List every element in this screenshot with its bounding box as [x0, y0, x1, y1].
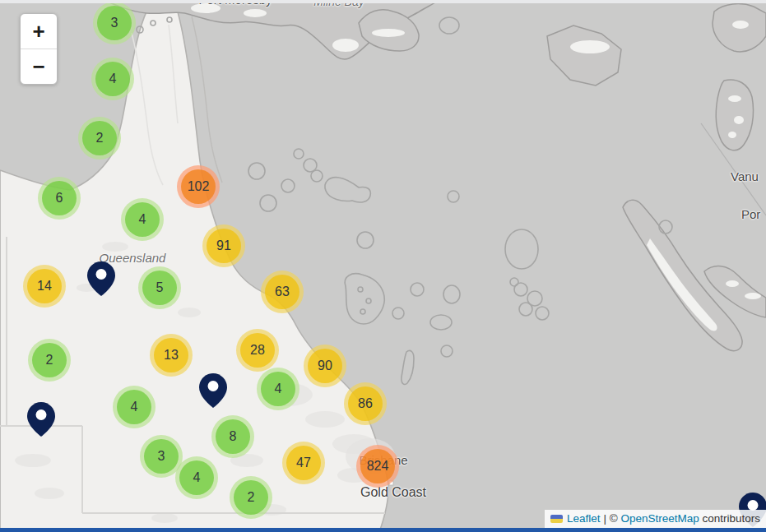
cluster-marker[interactable]: 91 [202, 224, 245, 267]
cluster-count: 63 [265, 275, 299, 309]
cluster-count: 86 [348, 386, 383, 421]
zoom-control: + − [20, 13, 58, 85]
zoom-in-button[interactable]: + [21, 14, 57, 49]
cluster-count: 102 [181, 169, 216, 204]
cluster-count: 824 [360, 449, 395, 483]
cluster-marker[interactable]: 2 [28, 339, 71, 382]
bottom-window-bar [0, 528, 766, 532]
cluster-count: 3 [97, 6, 132, 40]
cluster-count: 6 [42, 181, 77, 215]
cluster-marker[interactable]: 4 [91, 58, 134, 100]
cluster-marker[interactable]: 102 [177, 165, 220, 208]
cluster-count: 4 [117, 390, 151, 424]
cluster-marker[interactable]: 4 [257, 368, 299, 410]
cluster-count: 47 [286, 446, 321, 480]
cluster-count: 4 [261, 372, 295, 406]
cluster-count: 13 [154, 338, 188, 372]
cluster-marker[interactable]: 13 [150, 334, 193, 377]
cluster-count: 2 [82, 121, 117, 155]
location-pin-marker[interactable] [87, 261, 115, 299]
cluster-count: 28 [240, 333, 275, 368]
cluster-marker[interactable]: 4 [113, 386, 156, 428]
cluster-count: 90 [308, 349, 342, 383]
cluster-count: 4 [95, 62, 130, 96]
copyright-symbol: © [610, 512, 618, 525]
attribution-bar: Leaflet | © OpenStreetMap contributors [545, 510, 766, 528]
location-pin-marker[interactable] [199, 373, 227, 411]
cluster-count: 2 [32, 343, 67, 377]
ukraine-flag-icon [550, 515, 563, 523]
cluster-marker[interactable]: 5 [138, 266, 181, 309]
cluster-count: 8 [216, 419, 250, 454]
leaflet-link[interactable]: Leaflet [567, 512, 601, 525]
cluster-count: 91 [207, 229, 241, 263]
cluster-marker[interactable]: 4 [175, 456, 218, 499]
cluster-marker[interactable]: 90 [304, 345, 346, 387]
cluster-marker[interactable]: 86 [344, 382, 387, 425]
zoom-out-button[interactable]: − [21, 49, 57, 84]
cluster-marker[interactable]: 14 [23, 265, 66, 308]
location-pin-marker[interactable] [27, 402, 55, 440]
cluster-count: 3 [144, 439, 179, 474]
cluster-marker[interactable]: 2 [230, 476, 272, 519]
cluster-marker[interactable]: 2 [78, 117, 121, 160]
cluster-marker[interactable]: 8 [211, 415, 254, 458]
cluster-count: 4 [179, 460, 214, 495]
attribution-divider: | [603, 512, 606, 525]
openstreetmap-link[interactable]: OpenStreetMap [620, 512, 699, 525]
cluster-marker[interactable]: 4 [121, 198, 164, 241]
cluster-count: 14 [27, 269, 62, 303]
cluster-marker[interactable]: 47 [282, 442, 325, 484]
cluster-marker[interactable]: 63 [261, 271, 304, 313]
cluster-marker[interactable]: 824 [356, 445, 399, 488]
leaflet-map[interactable]: Port MoresbyMilne BayQueenslandBrisbaneG… [0, 0, 766, 532]
cluster-count: 2 [234, 480, 268, 515]
top-window-strip [0, 0, 766, 3]
cluster-marker[interactable]: 3 [93, 2, 136, 44]
cluster-marker[interactable]: 28 [236, 329, 279, 372]
cluster-count: 4 [125, 202, 160, 237]
cluster-marker[interactable]: 6 [38, 177, 81, 220]
contributors-text: contributors [702, 512, 760, 525]
cluster-count: 5 [142, 271, 177, 305]
